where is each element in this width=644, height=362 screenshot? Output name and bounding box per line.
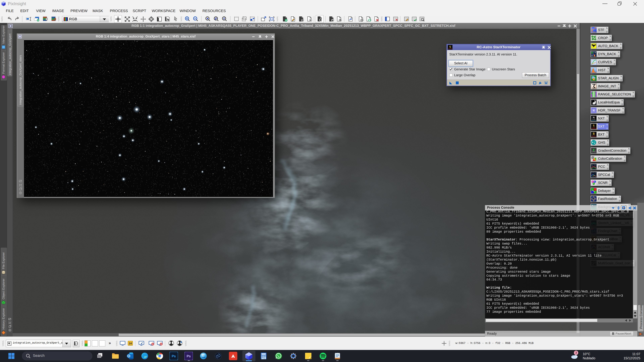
svg-text:XTERMINATOR: XTERMINATOR bbox=[591, 128, 596, 129]
svg-text:B: B bbox=[593, 132, 595, 135]
svg-text:N: N bbox=[593, 116, 595, 119]
svg-text:XTERMINATOR: XTERMINATOR bbox=[591, 136, 596, 137]
svg-text:24: 24 bbox=[129, 342, 132, 345]
svg-text:XTERMINATOR: XTERMINATOR bbox=[591, 120, 596, 121]
svg-text:S: S bbox=[593, 124, 594, 127]
svg-text:Ps: Ps bbox=[172, 354, 176, 358]
svg-text:Ps: Ps bbox=[187, 354, 191, 358]
